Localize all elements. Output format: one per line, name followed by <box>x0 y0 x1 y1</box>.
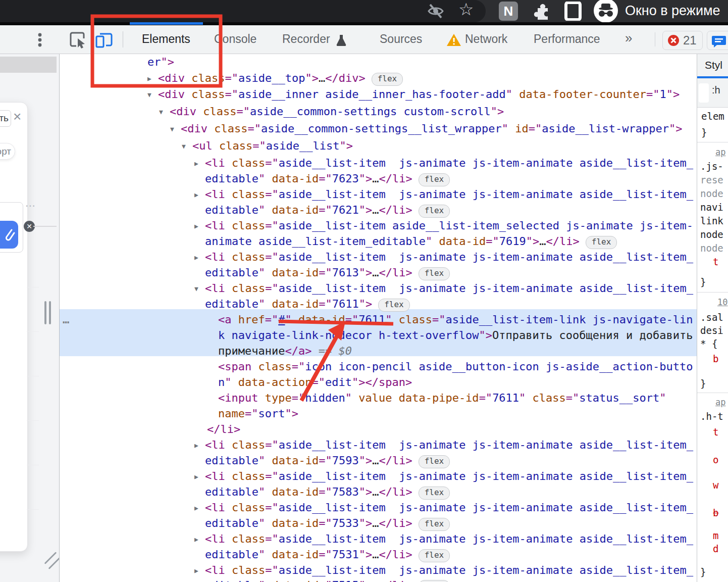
tab-styles[interactable]: Styl <box>705 59 722 71</box>
stylesheet-source-link[interactable]: 10 <box>717 297 727 307</box>
expand-arrow-icon[interactable]: ▶ <box>194 156 198 171</box>
more-tabs-chevron[interactable]: » <box>625 30 632 46</box>
dom-tree-line[interactable]: editable" data-id="7611">flex <box>205 296 410 312</box>
drag-handle-bar[interactable] <box>49 301 51 324</box>
dom-tree-line[interactable]: animate aside__list-item_editable" data-… <box>205 233 617 249</box>
dom-tree-line[interactable]: <span class="icon icon-pencil aside__but… <box>218 359 693 374</box>
dom-tree-line[interactable]: ▼<div class="aside__common-settings__lis… <box>181 121 682 136</box>
expand-arrow-icon[interactable]: ▶ <box>194 469 198 484</box>
flex-badge[interactable]: flex <box>378 299 410 312</box>
incognito-badge <box>594 0 618 23</box>
dom-tree-line[interactable]: editable" data-id="7621">…</li>flex <box>205 202 450 218</box>
dom-tree-line[interactable]: editable" data-id="7515">…</li>flex <box>205 577 450 582</box>
error-count-button[interactable]: 21 <box>662 31 703 50</box>
dom-tree-line[interactable]: ▶<li class="aside__list-item aside__list… <box>205 218 693 233</box>
tab-console[interactable]: Console <box>214 32 256 46</box>
card-overflow-dots[interactable]: ⋯ <box>25 200 36 212</box>
code-segment: =" <box>265 501 279 514</box>
css-rule-fragment: b <box>713 507 718 518</box>
dom-tree-line[interactable]: ▼<ul class="aside__list"> <box>192 138 353 154</box>
collapse-arrow-icon[interactable]: ▼ <box>170 121 174 137</box>
page-truncated-button[interactable]: ть <box>0 110 11 127</box>
expand-arrow-icon[interactable]: ▶ <box>194 187 198 203</box>
tab-sources[interactable]: Sources <box>380 32 422 46</box>
feedback-button[interactable] <box>707 31 728 50</box>
pseudo-state-toggle[interactable]: :h <box>712 84 720 96</box>
dom-tree-line[interactable]: editable" data-id="7593">…</li>flex <box>205 453 450 468</box>
dom-tree-line[interactable]: ▶<li class="aside__list-item js-animate … <box>205 500 693 515</box>
dom-tree-line[interactable]: editable" data-id="7583">…</li>flex <box>205 484 450 500</box>
css-rule-fragment: link <box>700 215 723 226</box>
inspect-element-icon[interactable] <box>69 31 87 48</box>
dom-tree-line[interactable]: </li> <box>207 421 240 437</box>
tab-performance[interactable]: Performance <box>534 32 600 46</box>
flex-badge[interactable]: flex <box>419 205 450 218</box>
side-panel-icon[interactable] <box>562 2 584 21</box>
expand-arrow-icon[interactable]: ▶ <box>194 531 198 547</box>
dom-tree-line[interactable]: ▶<li class="aside__list-item js-animate … <box>205 437 693 453</box>
collapse-arrow-icon[interactable]: ▼ <box>194 281 198 297</box>
dom-tree-line[interactable]: ▼<div class="aside__common-settings cust… <box>170 104 504 119</box>
tab-network[interactable]: Network <box>465 32 507 46</box>
selected-tab-indicator <box>130 22 203 25</box>
expand-arrow-icon[interactable]: ▶ <box>147 71 151 86</box>
attachment-tile[interactable] <box>0 221 18 249</box>
extension-n-badge[interactable]: N <box>499 2 518 21</box>
rule-separator <box>697 142 728 142</box>
collapse-arrow-icon[interactable]: ▼ <box>147 87 151 103</box>
eye-off-icon[interactable] <box>427 3 445 20</box>
collapse-arrow-icon[interactable]: ▼ <box>159 104 163 120</box>
flex-badge[interactable]: flex <box>419 173 450 186</box>
flex-badge[interactable]: flex <box>372 73 403 86</box>
dom-tree-line[interactable]: ▶<li class="aside__list-item js-animate … <box>205 186 693 202</box>
stylesheet-source-link[interactable]: ap <box>715 397 725 407</box>
bookmark-star-icon[interactable]: ☆ <box>458 0 474 19</box>
dom-tree-line[interactable]: er"> <box>147 54 174 70</box>
modal-close-icon[interactable]: × <box>13 109 21 125</box>
dom-tree-line[interactable]: ▶<li class="aside__list-item js-animate … <box>205 562 693 578</box>
expand-arrow-icon[interactable]: ▶ <box>194 218 198 234</box>
dom-tree-line[interactable]: name="sort"> <box>218 406 298 421</box>
toggle-device-toolbar-icon[interactable] <box>95 31 113 48</box>
dom-tree-line[interactable]: editable" data-id="7533">…</li>flex <box>205 515 450 531</box>
dom-tree-line[interactable]: editable" data-id="7613">…</li>flex <box>205 265 450 280</box>
dom-tree-line[interactable]: ▶<li class="aside__list-item js-animate … <box>205 249 693 265</box>
expand-arrow-icon[interactable]: ▶ <box>194 250 198 265</box>
dom-tree-line[interactable]: примечание</a> == $0 <box>218 343 352 359</box>
page-kebab-menu-icon[interactable] <box>35 32 44 47</box>
dom-tree-line[interactable]: editable" data-id="7623">…</li>flex <box>205 171 450 186</box>
flex-badge[interactable]: flex <box>419 518 450 531</box>
dom-tree-line[interactable]: n" data-action="edit"></span> <box>218 374 412 390</box>
dom-tree-line[interactable]: ▶<div class="aside__top">…</div>flex <box>158 70 403 86</box>
flex-badge[interactable]: flex <box>419 580 450 582</box>
flex-badge[interactable]: flex <box>419 487 450 500</box>
tab-elements[interactable]: Elements <box>142 32 190 46</box>
expand-arrow-icon[interactable]: ▶ <box>194 438 198 453</box>
expand-arrow-icon[interactable]: ▶ <box>194 500 198 516</box>
dom-tree-line[interactable]: ▶<li class="aside__list-item js-animate … <box>205 531 693 547</box>
code-segment: =" <box>292 392 305 404</box>
dom-tree-line[interactable]: <input type="hidden" value data-pipe-id=… <box>218 390 666 406</box>
extensions-puzzle-icon[interactable] <box>532 2 552 21</box>
address-bar[interactable] <box>0 0 486 22</box>
flex-badge[interactable]: flex <box>419 549 450 562</box>
expand-arrow-icon[interactable]: ▶ <box>194 563 198 578</box>
flex-badge[interactable]: flex <box>586 236 617 249</box>
tab-recorder[interactable]: Recorder <box>282 32 330 46</box>
flex-badge[interactable]: flex <box>419 267 450 280</box>
dom-tree-line[interactable]: ▼<div class="aside__inner aside__inner_h… <box>158 86 680 102</box>
code-segment: <li <box>205 188 232 201</box>
styles-filter-input[interactable] <box>699 83 709 103</box>
collapse-arrow-icon[interactable]: ▼ <box>182 138 186 154</box>
code-segment: =" <box>265 470 279 482</box>
stylesheet-source-link[interactable]: ap <box>715 147 725 157</box>
dom-tree-line[interactable]: editable" data-id="7531">…</li>flex <box>205 547 450 562</box>
dom-tree-line[interactable]: <a href="#" data-id="7611" class="aside_… <box>218 312 693 327</box>
dom-tree-line[interactable]: ▼<li class="aside__list-item js-animate … <box>205 280 693 296</box>
dom-tree-line[interactable]: ▶<li class="aside__list-item js-animate … <box>205 468 693 484</box>
drag-handle-bar[interactable] <box>44 301 46 324</box>
flex-badge[interactable]: flex <box>419 455 450 468</box>
dom-tree-line[interactable]: ▶<li class="aside__list-item js-animate … <box>205 155 693 171</box>
dom-tree-line[interactable]: k navigate-link-nodecor h-text-overflow"… <box>218 327 693 343</box>
code-segment: 7533 <box>332 517 359 529</box>
